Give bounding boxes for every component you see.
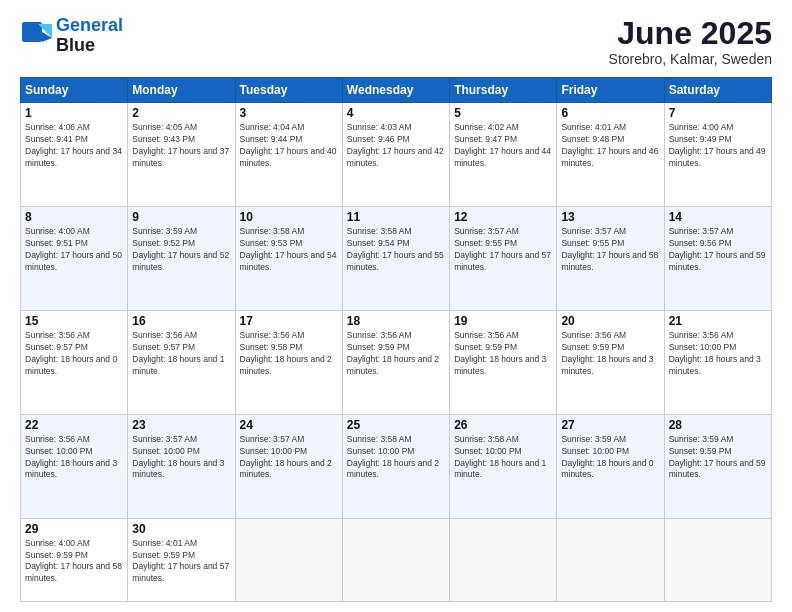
day-number: 13	[561, 210, 659, 224]
table-row: 30 Sunrise: 4:01 AMSunset: 9:59 PMDaylig…	[128, 518, 235, 601]
day-number: 20	[561, 314, 659, 328]
day-info: Sunrise: 3:58 AMSunset: 10:00 PMDaylight…	[347, 434, 439, 480]
title-section: June 2025 Storebro, Kalmar, Sweden	[609, 16, 772, 67]
col-friday: Friday	[557, 78, 664, 103]
day-info: Sunrise: 3:56 AMSunset: 9:59 PMDaylight:…	[347, 330, 439, 376]
col-sunday: Sunday	[21, 78, 128, 103]
day-number: 28	[669, 418, 767, 432]
day-info: Sunrise: 3:59 AMSunset: 9:52 PMDaylight:…	[132, 226, 229, 272]
day-number: 22	[25, 418, 123, 432]
day-number: 24	[240, 418, 338, 432]
table-row: 29 Sunrise: 4:00 AMSunset: 9:59 PMDaylig…	[21, 518, 128, 601]
logo-blue: Blue	[56, 35, 95, 55]
day-info: Sunrise: 4:00 AMSunset: 9:59 PMDaylight:…	[25, 538, 122, 584]
logo-general: General	[56, 15, 123, 35]
day-info: Sunrise: 3:57 AMSunset: 9:56 PMDaylight:…	[669, 226, 766, 272]
day-number: 19	[454, 314, 552, 328]
day-info: Sunrise: 3:56 AMSunset: 9:57 PMDaylight:…	[25, 330, 117, 376]
day-number: 18	[347, 314, 445, 328]
day-info: Sunrise: 3:58 AMSunset: 9:53 PMDaylight:…	[240, 226, 337, 272]
table-row: 12 Sunrise: 3:57 AMSunset: 9:55 PMDaylig…	[450, 207, 557, 311]
calendar-table: Sunday Monday Tuesday Wednesday Thursday…	[20, 77, 772, 602]
day-info: Sunrise: 4:04 AMSunset: 9:44 PMDaylight:…	[240, 122, 337, 168]
logo: General Blue	[20, 16, 123, 56]
location: Storebro, Kalmar, Sweden	[609, 51, 772, 67]
table-row: 7 Sunrise: 4:00 AMSunset: 9:49 PMDayligh…	[664, 103, 771, 207]
table-row: 15 Sunrise: 3:56 AMSunset: 9:57 PMDaylig…	[21, 310, 128, 414]
calendar-header-row: Sunday Monday Tuesday Wednesday Thursday…	[21, 78, 772, 103]
day-info: Sunrise: 4:05 AMSunset: 9:43 PMDaylight:…	[132, 122, 229, 168]
table-row: 4 Sunrise: 4:03 AMSunset: 9:46 PMDayligh…	[342, 103, 449, 207]
day-number: 2	[132, 106, 230, 120]
day-number: 5	[454, 106, 552, 120]
day-number: 1	[25, 106, 123, 120]
table-row: 19 Sunrise: 3:56 AMSunset: 9:59 PMDaylig…	[450, 310, 557, 414]
table-row: 27 Sunrise: 3:59 AMSunset: 10:00 PMDayli…	[557, 414, 664, 518]
table-row: 5 Sunrise: 4:02 AMSunset: 9:47 PMDayligh…	[450, 103, 557, 207]
day-info: Sunrise: 4:03 AMSunset: 9:46 PMDaylight:…	[347, 122, 444, 168]
table-row: 22 Sunrise: 3:56 AMSunset: 10:00 PMDayli…	[21, 414, 128, 518]
day-info: Sunrise: 3:56 AMSunset: 10:00 PMDaylight…	[669, 330, 761, 376]
day-number: 3	[240, 106, 338, 120]
day-info: Sunrise: 3:56 AMSunset: 9:59 PMDaylight:…	[561, 330, 653, 376]
day-number: 30	[132, 522, 230, 536]
day-info: Sunrise: 3:57 AMSunset: 9:55 PMDaylight:…	[454, 226, 551, 272]
month-title: June 2025	[609, 16, 772, 51]
day-info: Sunrise: 3:56 AMSunset: 9:58 PMDaylight:…	[240, 330, 332, 376]
day-info: Sunrise: 3:59 AMSunset: 10:00 PMDaylight…	[561, 434, 653, 480]
col-thursday: Thursday	[450, 78, 557, 103]
day-number: 25	[347, 418, 445, 432]
day-number: 9	[132, 210, 230, 224]
day-number: 7	[669, 106, 767, 120]
day-info: Sunrise: 3:57 AMSunset: 9:55 PMDaylight:…	[561, 226, 658, 272]
table-row: 17 Sunrise: 3:56 AMSunset: 9:58 PMDaylig…	[235, 310, 342, 414]
day-number: 12	[454, 210, 552, 224]
col-monday: Monday	[128, 78, 235, 103]
table-row: 28 Sunrise: 3:59 AMSunset: 9:59 PMDaylig…	[664, 414, 771, 518]
day-number: 15	[25, 314, 123, 328]
table-row: 18 Sunrise: 3:56 AMSunset: 9:59 PMDaylig…	[342, 310, 449, 414]
table-row: 9 Sunrise: 3:59 AMSunset: 9:52 PMDayligh…	[128, 207, 235, 311]
table-row: 25 Sunrise: 3:58 AMSunset: 10:00 PMDayli…	[342, 414, 449, 518]
day-number: 8	[25, 210, 123, 224]
table-row: 24 Sunrise: 3:57 AMSunset: 10:00 PMDayli…	[235, 414, 342, 518]
day-info: Sunrise: 4:01 AMSunset: 9:59 PMDaylight:…	[132, 538, 229, 584]
day-number: 6	[561, 106, 659, 120]
table-row: 2 Sunrise: 4:05 AMSunset: 9:43 PMDayligh…	[128, 103, 235, 207]
table-row: 16 Sunrise: 3:56 AMSunset: 9:57 PMDaylig…	[128, 310, 235, 414]
day-info: Sunrise: 3:57 AMSunset: 10:00 PMDaylight…	[132, 434, 224, 480]
table-row: 6 Sunrise: 4:01 AMSunset: 9:48 PMDayligh…	[557, 103, 664, 207]
day-info: Sunrise: 3:56 AMSunset: 10:00 PMDaylight…	[25, 434, 117, 480]
table-row: 13 Sunrise: 3:57 AMSunset: 9:55 PMDaylig…	[557, 207, 664, 311]
table-row: 8 Sunrise: 4:00 AMSunset: 9:51 PMDayligh…	[21, 207, 128, 311]
day-number: 29	[25, 522, 123, 536]
table-row: 10 Sunrise: 3:58 AMSunset: 9:53 PMDaylig…	[235, 207, 342, 311]
day-info: Sunrise: 3:58 AMSunset: 9:54 PMDaylight:…	[347, 226, 444, 272]
day-number: 16	[132, 314, 230, 328]
day-info: Sunrise: 3:59 AMSunset: 9:59 PMDaylight:…	[669, 434, 766, 480]
day-number: 11	[347, 210, 445, 224]
table-row: 3 Sunrise: 4:04 AMSunset: 9:44 PMDayligh…	[235, 103, 342, 207]
day-info: Sunrise: 4:02 AMSunset: 9:47 PMDaylight:…	[454, 122, 551, 168]
logo-icon	[20, 20, 52, 52]
day-number: 21	[669, 314, 767, 328]
logo-text: General Blue	[56, 16, 123, 56]
day-number: 14	[669, 210, 767, 224]
col-tuesday: Tuesday	[235, 78, 342, 103]
table-row: 26 Sunrise: 3:58 AMSunset: 10:00 PMDayli…	[450, 414, 557, 518]
day-info: Sunrise: 4:00 AMSunset: 9:49 PMDaylight:…	[669, 122, 766, 168]
day-info: Sunrise: 3:56 AMSunset: 9:59 PMDaylight:…	[454, 330, 546, 376]
col-wednesday: Wednesday	[342, 78, 449, 103]
top-section: General Blue June 2025 Storebro, Kalmar,…	[20, 16, 772, 67]
day-number: 27	[561, 418, 659, 432]
day-number: 10	[240, 210, 338, 224]
table-row: 20 Sunrise: 3:56 AMSunset: 9:59 PMDaylig…	[557, 310, 664, 414]
table-row	[450, 518, 557, 601]
table-row	[664, 518, 771, 601]
day-number: 23	[132, 418, 230, 432]
day-number: 4	[347, 106, 445, 120]
table-row: 23 Sunrise: 3:57 AMSunset: 10:00 PMDayli…	[128, 414, 235, 518]
page: General Blue June 2025 Storebro, Kalmar,…	[0, 0, 792, 612]
table-row	[557, 518, 664, 601]
table-row: 21 Sunrise: 3:56 AMSunset: 10:00 PMDayli…	[664, 310, 771, 414]
